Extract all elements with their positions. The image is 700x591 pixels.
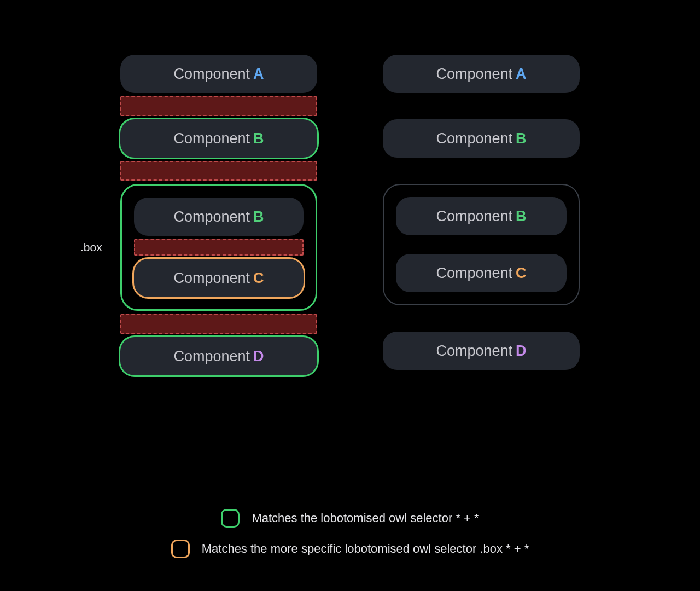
gap bbox=[383, 305, 580, 332]
component-a-pill: Component A bbox=[120, 55, 317, 93]
gap-nested bbox=[396, 235, 567, 254]
component-a-pill-plain: Component A bbox=[383, 55, 580, 93]
component-label: Component bbox=[173, 130, 250, 147]
component-letter-a: A bbox=[516, 66, 527, 83]
component-letter-b: B bbox=[253, 208, 264, 225]
legend-swatch-orange bbox=[171, 540, 190, 558]
component-c-pill: Component C bbox=[134, 259, 304, 297]
margin-band-nested bbox=[134, 239, 304, 256]
gap bbox=[383, 93, 580, 119]
component-letter-d: D bbox=[253, 348, 264, 365]
margin-band bbox=[120, 161, 317, 181]
component-label: Component bbox=[173, 270, 250, 287]
legend-row-orange: Matches the more specific lobotomised ow… bbox=[171, 540, 529, 558]
box-container: .box Component B Component C bbox=[120, 184, 317, 311]
component-label: Component bbox=[436, 66, 512, 83]
legend-text-orange: Matches the more specific lobotomised ow… bbox=[202, 542, 529, 556]
component-d-pill: Component D bbox=[120, 337, 317, 375]
component-c-pill-plain: Component C bbox=[396, 254, 567, 292]
component-b-nested-pill-plain: Component B bbox=[396, 197, 567, 235]
component-letter-a: A bbox=[253, 66, 264, 83]
box-class-label: .box bbox=[80, 241, 102, 254]
component-label: Component bbox=[436, 265, 512, 282]
legend-swatch-green bbox=[221, 509, 240, 528]
legend-row-green: Matches the lobotomised owl selector * +… bbox=[221, 509, 479, 528]
component-letter-c: C bbox=[253, 270, 264, 287]
component-b-nested-pill: Component B bbox=[134, 198, 304, 236]
right-column: Component A Component B Component B Comp… bbox=[383, 55, 580, 375]
component-letter-b: B bbox=[516, 130, 527, 147]
legend-text-green: Matches the lobotomised owl selector * +… bbox=[252, 511, 479, 525]
component-b-pill: Component B bbox=[120, 119, 317, 158]
component-label: Component bbox=[436, 208, 512, 225]
left-column: Component A Component B .box Component B… bbox=[120, 55, 317, 375]
component-label: Component bbox=[173, 348, 250, 365]
diagram-stage: Component A Component B .box Component B… bbox=[0, 55, 700, 375]
component-label: Component bbox=[173, 66, 250, 83]
component-label: Component bbox=[436, 130, 512, 147]
gap bbox=[383, 158, 580, 184]
component-d-pill-plain: Component D bbox=[383, 332, 580, 370]
legend: Matches the lobotomised owl selector * +… bbox=[0, 509, 700, 558]
component-letter-d: D bbox=[516, 343, 527, 360]
margin-band bbox=[120, 314, 317, 334]
component-label: Component bbox=[436, 343, 512, 360]
box-container-plain: Component B Component C bbox=[383, 184, 580, 305]
component-label: Component bbox=[173, 208, 250, 225]
component-letter-b: B bbox=[516, 208, 527, 225]
component-b-pill-plain: Component B bbox=[383, 119, 580, 158]
margin-band bbox=[120, 96, 317, 116]
component-letter-c: C bbox=[516, 265, 527, 282]
component-letter-b: B bbox=[253, 130, 264, 147]
